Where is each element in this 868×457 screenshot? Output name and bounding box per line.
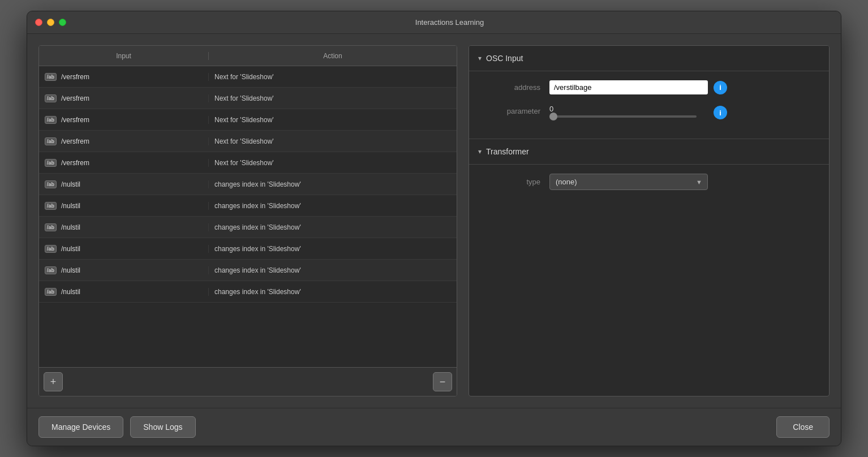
cell-input: /ab /versfrem [39, 116, 209, 124]
ab-badge: /ab [45, 223, 57, 231]
table-row[interactable]: /ab /versfrem Next for 'Slideshow' [39, 152, 457, 174]
ab-badge: /ab [45, 245, 57, 253]
minimize-traffic-light[interactable] [47, 19, 54, 26]
cell-action: Next for 'Slideshow' [209, 116, 457, 124]
table-row[interactable]: /ab /versfrem Next for 'Slideshow' [39, 131, 457, 152]
cell-input: /ab /versfrem [39, 137, 209, 145]
type-select-wrapper: (none)RangeToggleMap ▼ [549, 174, 708, 190]
maximize-traffic-light[interactable] [59, 19, 66, 26]
cell-action: Next for 'Slideshow' [209, 137, 457, 145]
input-value: /nulstil [61, 202, 80, 210]
type-select[interactable]: (none)RangeToggleMap [549, 174, 708, 190]
table-footer: + − [39, 367, 457, 396]
input-value: /nulstil [61, 180, 80, 188]
transformer-section: ▾ Transformer type (none)RangeToggleMap … [469, 139, 829, 209]
osc-input-body: address i parameter 0 i [469, 71, 829, 139]
input-value: /nulstil [61, 245, 80, 253]
close-traffic-light[interactable] [35, 19, 42, 26]
cell-action: changes index in 'Slideshow' [209, 266, 457, 274]
type-label: type [478, 178, 540, 186]
ab-badge: /ab [45, 266, 57, 274]
input-value: /versfrem [61, 159, 89, 167]
cell-action: changes index in 'Slideshow' [209, 202, 457, 210]
cell-action: changes index in 'Slideshow' [209, 223, 457, 231]
cell-input: /ab /nulstil [39, 245, 209, 253]
traffic-lights [35, 19, 66, 26]
cell-input: /ab /nulstil [39, 223, 209, 231]
cell-action: changes index in 'Slideshow' [209, 245, 457, 253]
window-content: Input Action /ab /versfrem Next for 'Sli… [27, 34, 841, 408]
cell-input: /ab /nulstil [39, 266, 209, 274]
ab-badge: /ab [45, 180, 57, 188]
cell-input: /ab /versfrem [39, 159, 209, 167]
cell-input: /ab /nulstil [39, 202, 209, 210]
ab-badge: /ab [45, 73, 57, 81]
table-row[interactable]: /ab /nulstil changes index in 'Slideshow… [39, 217, 457, 238]
right-panel: ▾ OSC Input address i parameter 0 [469, 45, 830, 396]
add-row-button[interactable]: + [44, 372, 63, 391]
cell-action: changes index in 'Slideshow' [209, 180, 457, 188]
interactions-table: Input Action /ab /versfrem Next for 'Sli… [38, 45, 457, 396]
ab-badge: /ab [45, 94, 57, 102]
table-row[interactable]: /ab /nulstil changes index in 'Slideshow… [39, 195, 457, 217]
table-row[interactable]: /ab /nulstil changes index in 'Slideshow… [39, 260, 457, 281]
parameter-value: 0 [549, 105, 553, 113]
input-value: /nulstil [61, 223, 80, 231]
ab-badge: /ab [45, 137, 57, 145]
transformer-body: type (none)RangeToggleMap ▼ [469, 165, 829, 209]
window-title: Interactions Learning [66, 18, 833, 27]
input-value: /versfrem [61, 137, 89, 145]
cell-input: /ab /nulstil [39, 288, 209, 296]
input-value: /versfrem [61, 116, 89, 124]
transformer-section-header: ▾ Transformer [469, 139, 829, 165]
cell-action: Next for 'Slideshow' [209, 159, 457, 167]
table-row[interactable]: /ab /nulstil changes index in 'Slideshow… [39, 238, 457, 260]
close-button[interactable]: Close [776, 416, 830, 438]
osc-input-title: OSC Input [486, 54, 523, 63]
table-row[interactable]: /ab /versfrem Next for 'Slideshow' [39, 109, 457, 131]
cell-input: /ab /versfrem [39, 73, 209, 81]
manage-devices-button[interactable]: Manage Devices [38, 416, 123, 438]
right-panel-scroll[interactable]: ▾ OSC Input address i parameter 0 [469, 46, 829, 396]
cell-action: Next for 'Slideshow' [209, 73, 457, 81]
titlebar: Interactions Learning [27, 11, 841, 34]
table-row[interactable]: /ab /versfrem Next for 'Slideshow' [39, 66, 457, 88]
parameter-label: parameter [478, 107, 540, 115]
cell-action: Next for 'Slideshow' [209, 94, 457, 102]
transformer-chevron-icon: ▾ [478, 148, 482, 156]
input-value: /versfrem [61, 94, 89, 102]
action-column-header: Action [209, 52, 457, 60]
address-info-button[interactable]: i [714, 81, 727, 94]
table-row[interactable]: /ab /nulstil changes index in 'Slideshow… [39, 174, 457, 195]
remove-row-button[interactable]: − [433, 372, 452, 391]
cell-input: /ab /nulstil [39, 180, 209, 188]
table-row[interactable]: /ab /versfrem Next for 'Slideshow' [39, 88, 457, 109]
table-row[interactable]: /ab /nulstil changes index in 'Slideshow… [39, 281, 457, 303]
input-value: /nulstil [61, 266, 80, 274]
input-value: /nulstil [61, 288, 80, 296]
table-header: Input Action [39, 46, 457, 66]
parameter-control: 0 [549, 105, 708, 118]
show-logs-button[interactable]: Show Logs [130, 416, 195, 438]
cell-action: changes index in 'Slideshow' [209, 288, 457, 296]
ab-badge: /ab [45, 202, 57, 210]
type-row: type (none)RangeToggleMap ▼ [478, 174, 820, 190]
ab-badge: /ab [45, 116, 57, 124]
transformer-title: Transformer [486, 147, 529, 156]
parameter-info-button[interactable]: i [714, 106, 727, 119]
parameter-slider[interactable] [549, 115, 697, 118]
input-column-header: Input [39, 52, 209, 60]
main-window: Interactions Learning Input Action /ab /… [27, 11, 841, 446]
input-value: /versfrem [61, 73, 89, 81]
parameter-slider-row [549, 113, 708, 118]
left-panel: Input Action /ab /versfrem Next for 'Sli… [38, 45, 457, 396]
osc-input-chevron-icon: ▾ [478, 54, 482, 62]
address-row: address i [478, 80, 820, 94]
table-body[interactable]: /ab /versfrem Next for 'Slideshow' /ab /… [39, 66, 457, 367]
address-input[interactable] [549, 80, 708, 94]
osc-input-section-header: ▾ OSC Input [469, 46, 829, 71]
ab-badge: /ab [45, 288, 57, 296]
bottom-bar: Manage Devices Show Logs Close [27, 408, 841, 446]
parameter-row: parameter 0 i [478, 105, 820, 119]
cell-input: /ab /versfrem [39, 94, 209, 102]
